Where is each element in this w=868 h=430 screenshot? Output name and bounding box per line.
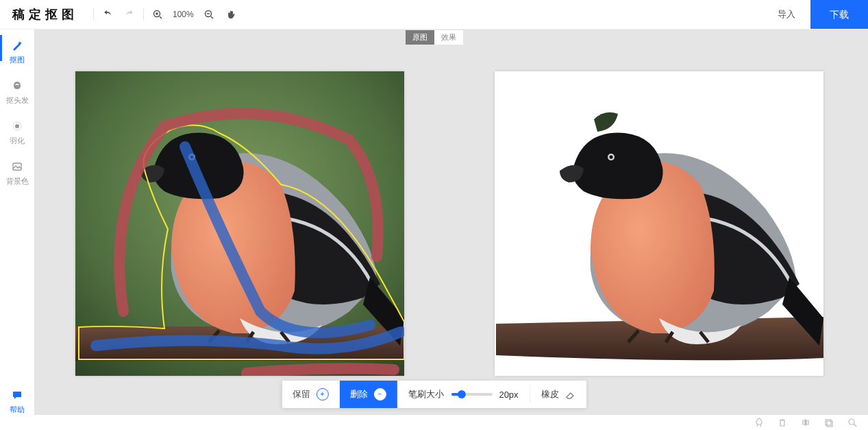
separator: [93, 8, 94, 21]
svg-rect-17: [827, 421, 832, 427]
keep-label: 保留: [293, 388, 310, 401]
footer: [0, 415, 868, 430]
plus-circle-icon: +: [316, 388, 328, 401]
feather-icon: [10, 119, 24, 133]
result-image: [495, 71, 823, 376]
brush-size-label: 笔刷大小: [408, 388, 444, 401]
sidebar-item-feather[interactable]: 羽化: [0, 119, 34, 146]
redo-button[interactable]: [119, 3, 140, 25]
sidebar-item-label: 背景色: [6, 176, 29, 187]
eraser-icon: [565, 389, 575, 400]
zoom-in-button[interactable]: [147, 3, 169, 25]
sidebar-item-label: 抠头发: [6, 95, 29, 106]
zoom-in-icon: [153, 10, 162, 19]
magic-wand-icon: [10, 38, 24, 52]
original-image: [75, 71, 404, 376]
view-toggle-original[interactable]: 原图: [406, 30, 434, 45]
image-icon: [10, 160, 24, 174]
canvas-result[interactable]: [495, 71, 823, 376]
zoom-level: 100%: [169, 10, 198, 19]
keep-button[interactable]: 保留 +: [282, 381, 339, 408]
header: 稿定抠图 100% 导入 下载: [0, 0, 868, 29]
sidebar-item-label: 羽化: [10, 136, 25, 146]
compare-icon[interactable]: [801, 418, 810, 427]
svg-line-19: [854, 424, 856, 427]
eraser-label: 橡皮: [541, 388, 559, 401]
download-button[interactable]: 下载: [810, 0, 868, 29]
hand-icon: [226, 10, 236, 19]
app-title: 稿定抠图: [0, 6, 90, 23]
sidebar-item-label: 抠图: [10, 55, 25, 65]
search-icon[interactable]: [847, 418, 857, 427]
view-toggle-result[interactable]: 效果: [434, 30, 463, 45]
svg-line-5: [211, 16, 213, 19]
sidebar-item-help[interactable]: 帮助: [0, 388, 34, 415]
rocket-icon[interactable]: [754, 418, 764, 427]
pan-button[interactable]: [220, 3, 242, 25]
slider-thumb[interactable]: [457, 390, 465, 398]
undo-button[interactable]: [97, 3, 119, 25]
zoom-out-button[interactable]: [198, 3, 220, 25]
sidebar-item-hair[interactable]: 抠头发: [0, 79, 34, 106]
redo-icon: [124, 9, 135, 20]
view-toggle: 原图 效果: [406, 30, 463, 45]
separator: [143, 8, 144, 21]
zoom-out-icon: [204, 10, 214, 19]
sidebar-item-background[interactable]: 背景色: [0, 160, 34, 187]
canvas-original[interactable]: [75, 71, 404, 376]
canvas-area: [34, 29, 868, 415]
sidebar-item-cutout[interactable]: 抠图: [0, 38, 34, 65]
sidebar: 抠图 抠头发 羽化 背景色 帮助: [0, 29, 34, 425]
brush-size-control: 笔刷大小 20px: [397, 388, 529, 401]
import-button[interactable]: 导入: [762, 0, 810, 29]
hair-icon: [10, 79, 24, 93]
sidebar-item-label: 帮助: [10, 405, 25, 415]
minus-circle-icon: −: [373, 388, 386, 401]
svg-line-1: [160, 16, 162, 19]
undo-icon: [102, 9, 113, 20]
eraser-button[interactable]: 橡皮: [530, 381, 586, 408]
svg-point-18: [849, 419, 854, 425]
brush-size-slider[interactable]: [451, 393, 492, 396]
brush-size-value: 20px: [499, 390, 518, 400]
svg-rect-9: [13, 163, 21, 170]
remove-button[interactable]: 删除 −: [339, 381, 397, 408]
bottom-toolbar: 保留 + 删除 − 笔刷大小 20px 橡皮: [282, 381, 586, 408]
remove-label: 删除: [350, 388, 368, 401]
svg-point-15: [610, 156, 613, 159]
svg-point-7: [15, 124, 19, 128]
trash-icon[interactable]: [778, 418, 787, 427]
chat-icon: [10, 388, 24, 402]
layers-icon[interactable]: [824, 418, 834, 427]
svg-rect-16: [826, 420, 831, 425]
